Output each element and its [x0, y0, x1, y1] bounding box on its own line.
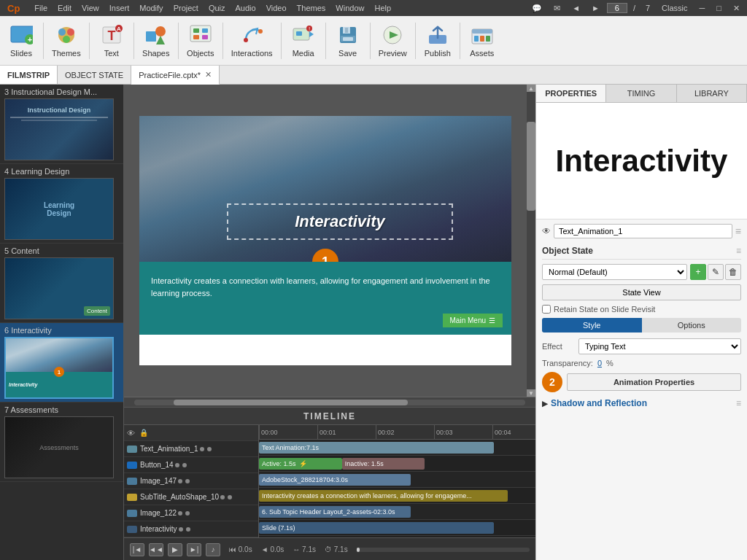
state-select[interactable]: Normal (Default) [542, 264, 687, 280]
tab-object-state[interactable]: OBJECT STATE [58, 66, 131, 84]
filmstrip-item-slide7[interactable]: 7 Assessments Assessments [0, 402, 123, 482]
transparency-label: Transparency: [542, 359, 593, 368]
props-tab-library[interactable]: LIBRARY [677, 85, 747, 102]
tl-next-btn[interactable]: ►| [187, 543, 201, 556]
timeline-row-image147[interactable]: Image_147 [124, 473, 258, 489]
toolbar-text[interactable]: T A Text [93, 19, 130, 63]
timeline-row-image122[interactable]: Image_122 [124, 505, 258, 521]
tl-play-btn[interactable]: ▶ [168, 543, 182, 556]
slide-overlay [139, 116, 511, 262]
menu-window[interactable]: Window [331, 2, 368, 14]
restore-btn[interactable]: □ [712, 2, 726, 14]
filmstrip-item-slide5[interactable]: 5 Content Content [0, 244, 123, 323]
object-name-input[interactable] [554, 224, 732, 238]
toolbar-save[interactable]: Save [330, 19, 366, 63]
shadow-menu-icon[interactable]: ≡ [736, 398, 741, 408]
toolbar-preview[interactable]: Preview [374, 19, 411, 63]
slide5-thumb: Content [4, 257, 114, 319]
tl-prev-btn[interactable]: |◄ [130, 543, 144, 556]
toolbar-assets[interactable]: Assets [464, 19, 500, 63]
interactions-icon-area [240, 23, 263, 47]
transparency-value[interactable]: 0 [597, 359, 602, 368]
toolbar-interactions[interactable]: Interactions [227, 19, 277, 63]
text-label: Text [104, 49, 119, 58]
menu-video[interactable]: Video [262, 2, 291, 14]
timeline-scrubber[interactable] [357, 548, 530, 552]
tl-audio-btn[interactable]: ♪ [206, 543, 220, 556]
menu-edit[interactable]: Edit [53, 2, 76, 14]
menu-themes[interactable]: Themes [293, 2, 330, 14]
menu-quiz[interactable]: Quiz [204, 2, 230, 14]
toolbar-themes[interactable]: Themes [47, 19, 85, 63]
file-tab[interactable]: PracticeFile.cptx* ✕ [131, 66, 220, 85]
scroll-up-arrow[interactable]: ▲ [527, 85, 535, 92]
style-tab[interactable]: Style [542, 318, 642, 332]
toolbar-media[interactable]: ! Media [285, 19, 322, 63]
bar-interactivity[interactable]: Slide (7.1s) [259, 522, 494, 534]
props-tab-properties[interactable]: PROPERTIES [536, 85, 606, 102]
effect-select[interactable]: Typing Text [578, 338, 741, 354]
tl-rewind-btn[interactable]: ◄◄ [149, 543, 163, 556]
menu-right: 💬 ✉ ◄ ► 6 / 7 Classic ─ □ ✕ [527, 2, 744, 15]
eye-icon[interactable]: 👁 [127, 429, 135, 438]
filmstrip-item-slide6[interactable]: 6 Interactivity Interactivity 1 [0, 323, 123, 402]
menu-modify[interactable]: Modify [135, 2, 167, 14]
menu-insert[interactable]: Insert [105, 2, 134, 14]
bar-text-anim[interactable]: Text Animation:7.1s [259, 442, 494, 454]
timeline-row-text-anim[interactable]: Text_Animation_1 [124, 441, 258, 457]
tab-filmstrip[interactable]: FILMSTRIP [0, 66, 58, 84]
options-tab[interactable]: Options [642, 318, 742, 332]
object-state-menu[interactable]: ≡ [736, 246, 741, 256]
vertical-scrollbar[interactable]: ▲ ▼ [527, 85, 535, 397]
minimize-btn[interactable]: ─ [695, 2, 710, 14]
chat-icon[interactable]: 💬 [527, 2, 546, 15]
state-view-btn[interactable]: State View [542, 284, 741, 300]
page-total: 7 [641, 2, 654, 14]
shadow-title[interactable]: ▶ Shadow and Reflection [542, 398, 647, 408]
lock-icon[interactable]: 🔒 [139, 429, 148, 437]
menu-view[interactable]: View [77, 2, 104, 14]
horizontal-scrollbar[interactable] [124, 397, 535, 407]
canvas-timeline-area: Interactivity 1 Interactivity creates a … [124, 85, 535, 560]
main-menu-button[interactable]: Main Menu ☰ [443, 314, 503, 327]
timeline-row-subtitle[interactable]: SubTitle_AutoShape_10 [124, 489, 258, 505]
toolbar-objects[interactable]: Objects [182, 19, 219, 63]
toolbar-slides[interactable]: + Slides [3, 19, 39, 63]
publish-icon-area [426, 23, 449, 47]
bar-inactive[interactable]: Inactive: 1.5s [342, 458, 425, 470]
toolbar-publish[interactable]: Publish [419, 19, 456, 63]
retain-state-checkbox[interactable] [542, 305, 551, 314]
mode-selector[interactable]: Classic [657, 2, 692, 14]
bar-image147[interactable]: AdobeStock_288218704:3.0s [259, 474, 411, 486]
menu-file[interactable]: File [30, 2, 52, 14]
anim-props-btn[interactable]: Animation Properties [567, 373, 741, 391]
toolbar-shapes[interactable]: Shapes [138, 19, 174, 63]
track-row-subtitle: Interactivity creates a connection with … [259, 488, 535, 504]
edit-state-btn[interactable]: ✎ [708, 264, 724, 280]
file-tab-close[interactable]: ✕ [205, 70, 212, 79]
add-state-btn[interactable]: + [690, 264, 706, 280]
timeline-row-interactivity[interactable]: Interactivity [124, 521, 258, 537]
close-btn[interactable]: ✕ [729, 2, 744, 15]
row-dot5 [178, 479, 182, 483]
menu-project[interactable]: Project [169, 2, 203, 14]
bar-subtitle[interactable]: Interactivity creates a connection with … [259, 490, 508, 502]
object-name-menu[interactable]: ≡ [735, 225, 741, 237]
delete-state-btn[interactable]: 🗑 [725, 264, 741, 280]
props-tab-timing[interactable]: TIMING [606, 85, 676, 102]
page-current-input[interactable]: 6 [607, 3, 627, 13]
retain-state-label: Retain State on Slide Revisit [554, 305, 655, 314]
menu-audio[interactable]: Audio [231, 2, 260, 14]
bar-image122[interactable]: 6. Sub Topic Header Layout_2-assets-02:3… [259, 506, 411, 518]
visibility-icon[interactable]: 👁 [542, 226, 551, 236]
menu-help[interactable]: Help [370, 2, 395, 14]
email-icon[interactable]: ✉ [549, 2, 565, 15]
bar-active[interactable]: Active: 1.5s ⚡ [259, 458, 342, 470]
style-options-tabs: Style Options [542, 318, 741, 332]
nav-next-icon[interactable]: ► [587, 2, 604, 14]
filmstrip-item-slide3[interactable]: 3 Instructional Design M... Instructiona… [0, 85, 123, 164]
timeline-row-button[interactable]: Button_14 [124, 457, 258, 473]
scroll-down-arrow[interactable]: ▼ [527, 389, 535, 397]
filmstrip-item-slide4[interactable]: 4 Learning Design LearningDesign [0, 164, 123, 244]
nav-prev-icon[interactable]: ◄ [568, 2, 584, 14]
